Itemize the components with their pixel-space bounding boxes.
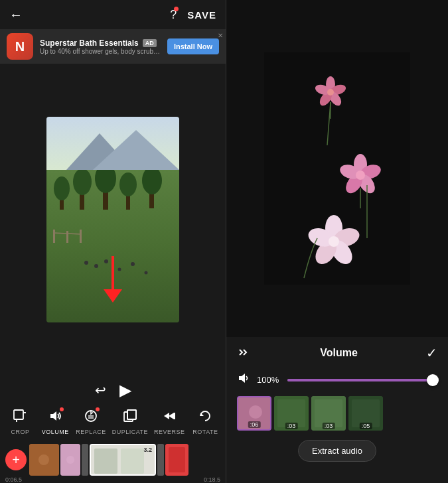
svg-rect-40: [169, 447, 185, 472]
volume-back-button[interactable]: [237, 346, 252, 361]
volume-title: Volume: [320, 347, 358, 359]
thumb-3-label: :03: [323, 423, 335, 429]
svg-marker-23: [50, 411, 56, 421]
clip-duration-label: 3.2: [143, 447, 152, 453]
ad-badge: AD: [143, 39, 157, 47]
replace-red-dot: [96, 407, 100, 411]
thumb-2-label: :03: [285, 423, 298, 429]
volume-slider-fill: [287, 379, 437, 381]
play-button[interactable]: ▶: [119, 381, 131, 399]
svg-point-19: [145, 271, 148, 275]
ad-close-button[interactable]: ✕: [218, 32, 223, 39]
svg-point-33: [38, 454, 49, 465]
help-button[interactable]: ?: [170, 8, 177, 22]
volume-icon: [48, 409, 62, 427]
tool-crop[interactable]: CROP: [5, 409, 35, 435]
svg-line-13: [53, 233, 82, 234]
playback-controls: ↩ ▶: [0, 376, 226, 405]
reverse-label: REVERSE: [154, 429, 185, 435]
volume-header: Volume ✓: [226, 337, 448, 369]
duplicate-label: DUPLICATE: [112, 429, 148, 435]
volume-label: VOLUME: [42, 429, 69, 435]
thumbnail-2[interactable]: :03: [274, 396, 309, 431]
tool-duplicate[interactable]: DUPLICATE: [112, 409, 148, 435]
thumbnail-3[interactable]: :03: [311, 396, 346, 431]
tool-rotate[interactable]: ROTATE: [190, 409, 220, 435]
svg-point-18: [131, 262, 135, 266]
left-panel: ← ? SAVE N Superstar Bath Essentials AD …: [0, 0, 226, 483]
tool-replace[interactable]: REPLACE: [76, 409, 106, 435]
svg-rect-30: [174, 413, 175, 419]
top-bar: ← ? SAVE: [0, 0, 226, 29]
svg-point-14: [84, 261, 88, 265]
add-clip-button[interactable]: +: [5, 449, 27, 470]
install-now-button[interactable]: Install Now: [167, 38, 219, 54]
ad-title: Superstar Bath Essentials AD: [40, 38, 161, 48]
ad-banner: N Superstar Bath Essentials AD Up to 40%…: [0, 29, 226, 64]
svg-point-9: [142, 170, 162, 194]
toolbar: CROP VOLUME: [0, 405, 226, 437]
flowers-scene: [264, 52, 410, 285]
ad-subtitle: Up to 40% off shower gels, body scrubs, …: [40, 48, 161, 55]
svg-rect-20: [14, 410, 23, 419]
ad-app-icon: N: [7, 33, 33, 60]
save-button[interactable]: SAVE: [187, 9, 216, 21]
undo-button[interactable]: ↩: [95, 382, 106, 398]
timeline-track[interactable]: 3.2: [29, 443, 220, 477]
volume-percent-label: 100%: [257, 375, 281, 385]
svg-point-3: [73, 170, 92, 195]
volume-slider-thumb[interactable]: [427, 374, 439, 386]
svg-rect-26: [127, 410, 136, 419]
top-bar-right: ? SAVE: [170, 8, 216, 22]
svg-point-47: [327, 89, 334, 96]
svg-point-7: [119, 172, 137, 196]
arrow-overlay: [104, 256, 122, 303]
extract-audio-button[interactable]: Extract audio: [298, 440, 376, 462]
right-video-frame: [264, 52, 410, 285]
timeline-clip-1[interactable]: [29, 444, 59, 476]
svg-rect-37: [94, 448, 117, 474]
duplicate-icon: [123, 409, 137, 427]
timeline-clip-selected[interactable]: 3.2: [90, 444, 156, 476]
right-panel: Volume ✓ 100% :06 :0: [226, 0, 448, 483]
clip-handle-left[interactable]: [82, 444, 88, 476]
volume-slider-row: 100%: [226, 369, 448, 391]
thumbnail-4[interactable]: :05: [348, 396, 383, 431]
ad-text-area: Superstar Bath Essentials AD Up to 40% o…: [40, 38, 161, 55]
svg-rect-12: [80, 230, 82, 243]
svg-point-66: [249, 405, 262, 419]
svg-rect-11: [66, 231, 68, 243]
tool-volume[interactable]: VOLUME: [40, 409, 70, 435]
thumbnail-1[interactable]: :06: [237, 396, 271, 431]
tool-reverse[interactable]: REVERSE: [154, 409, 185, 435]
svg-point-5: [95, 170, 116, 193]
svg-marker-29: [164, 413, 169, 419]
crop-label: CROP: [11, 429, 29, 435]
back-button[interactable]: ←: [9, 7, 23, 23]
reverse-icon: [162, 409, 177, 427]
svg-point-54: [356, 171, 365, 180]
timeline-clip-3[interactable]: [165, 444, 188, 476]
replace-icon: [84, 409, 98, 427]
crop-icon: [13, 409, 27, 427]
volume-slider[interactable]: [287, 379, 437, 381]
svg-point-35: [66, 456, 74, 464]
timeline-clip-2[interactable]: [60, 444, 80, 476]
svg-point-61: [329, 236, 339, 247]
replace-label: REPLACE: [76, 429, 106, 435]
sky-area: [46, 117, 179, 170]
svg-marker-28: [169, 413, 174, 419]
notification-dot: [174, 7, 179, 11]
rotate-label: ROTATE: [192, 429, 218, 435]
mountain-area: [46, 130, 179, 170]
volume-confirm-button[interactable]: ✓: [426, 345, 437, 361]
time-end: 0:18.5: [204, 476, 220, 483]
arrow-head: [104, 289, 122, 303]
svg-marker-64: [239, 374, 245, 383]
clip-handle-right[interactable]: [157, 444, 164, 476]
volume-panel: Volume ✓ 100% :06 :0: [226, 337, 448, 483]
time-start: 0:06.5: [5, 476, 22, 483]
flowers-svg: [264, 52, 410, 285]
arrow-shaft: [112, 256, 114, 289]
svg-rect-38: [121, 448, 144, 474]
